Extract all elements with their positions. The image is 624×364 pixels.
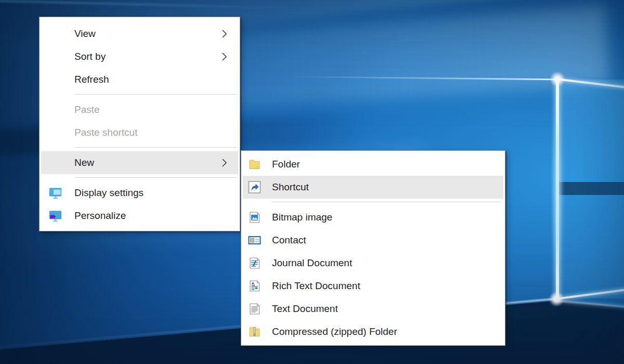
menu-item-view[interactable]: View: [41, 22, 238, 45]
menu-item-label: Display settings: [74, 187, 144, 199]
windows-logo-vertical-edge: [556, 79, 559, 300]
contact-icon: [248, 234, 261, 247]
chevron-right-icon: [222, 158, 227, 167]
wallpaper-beam: [0, 0, 286, 9]
submenu-item-text-document[interactable]: Text Document: [243, 297, 503, 320]
windows-logo-top-edge: [556, 78, 624, 88]
journal-document-icon: [248, 257, 261, 270]
menu-item-new[interactable]: New: [41, 151, 238, 174]
menu-item-paste[interactable]: Paste: [41, 98, 238, 121]
chevron-right-icon: [222, 52, 227, 61]
menu-item-personalize[interactable]: Personalize: [41, 204, 238, 227]
submenu-item-label: Text Document: [272, 303, 338, 315]
menu-item-label: Paste shortcut: [74, 127, 137, 138]
submenu-item-shortcut[interactable]: Shortcut: [243, 176, 503, 199]
submenu-item-label: Folder: [272, 159, 300, 170]
submenu-item-compressed-folder[interactable]: Compressed (zipped) Folder: [243, 320, 503, 343]
submenu-item-label: Shortcut: [272, 181, 309, 193]
windows-logo-bottom-beam: [555, 300, 624, 308]
windows-logo-corner-glow: [549, 291, 564, 307]
submenu-item-contact[interactable]: Contact: [243, 229, 503, 252]
submenu-item-label: Journal Document: [272, 257, 352, 269]
submenu-item-label: Contact: [272, 235, 306, 246]
submenu-item-bitmap-image[interactable]: Bitmap image: [243, 206, 503, 229]
desktop-context-menu: View Sort by Refresh Paste Paste shortcu…: [39, 17, 240, 231]
submenu-item-label: Compressed (zipped) Folder: [272, 326, 397, 337]
personalize-icon: [48, 209, 62, 223]
desktop-wallpaper[interactable]: View Sort by Refresh Paste Paste shortcu…: [0, 0, 624, 364]
menu-item-label: Sort by: [74, 51, 106, 62]
shortcut-icon: [248, 181, 261, 194]
menu-item-label: Paste: [74, 104, 100, 115]
windows-logo-top-left-beam: [291, 76, 559, 80]
submenu-item-folder[interactable]: Folder: [243, 153, 503, 176]
menu-item-display-settings[interactable]: Display settings: [41, 181, 238, 204]
windows-logo-corner-glow: [550, 71, 565, 87]
text-document-icon: [248, 303, 261, 316]
compressed-zipped-folder-icon: [248, 326, 261, 339]
menu-item-refresh[interactable]: Refresh: [41, 68, 238, 91]
menu-item-sort-by[interactable]: Sort by: [41, 45, 238, 68]
bitmap-image-icon: [248, 211, 261, 224]
menu-separator: [75, 177, 237, 178]
folder-icon: [248, 158, 261, 171]
menu-separator: [75, 147, 237, 148]
menu-item-label: View: [74, 28, 96, 40]
menu-separator: [272, 202, 500, 202]
display-settings-icon: [48, 186, 62, 200]
chevron-right-icon: [222, 29, 227, 38]
windows-logo-pane: [559, 80, 624, 298]
menu-item-paste-shortcut[interactable]: Paste shortcut: [41, 121, 238, 144]
submenu-item-journal-document[interactable]: Journal Document: [243, 252, 503, 275]
menu-item-label: Personalize: [74, 210, 126, 222]
submenu-item-rich-text-document[interactable]: Rich Text Document: [243, 275, 503, 297]
menu-item-label: New: [74, 157, 94, 168]
new-submenu: Folder Shortcut Bitmap image: [241, 150, 505, 346]
menu-separator: [75, 94, 237, 95]
windows-logo-pane-gap: [559, 182, 624, 195]
submenu-item-label: Bitmap image: [272, 212, 332, 223]
windows-logo-bottom-edge: [555, 289, 624, 300]
rich-text-document-icon: [248, 280, 261, 293]
windows-logo-glow: [549, 76, 566, 303]
submenu-item-label: Rich Text Document: [272, 280, 360, 292]
menu-item-label: Refresh: [74, 74, 109, 85]
